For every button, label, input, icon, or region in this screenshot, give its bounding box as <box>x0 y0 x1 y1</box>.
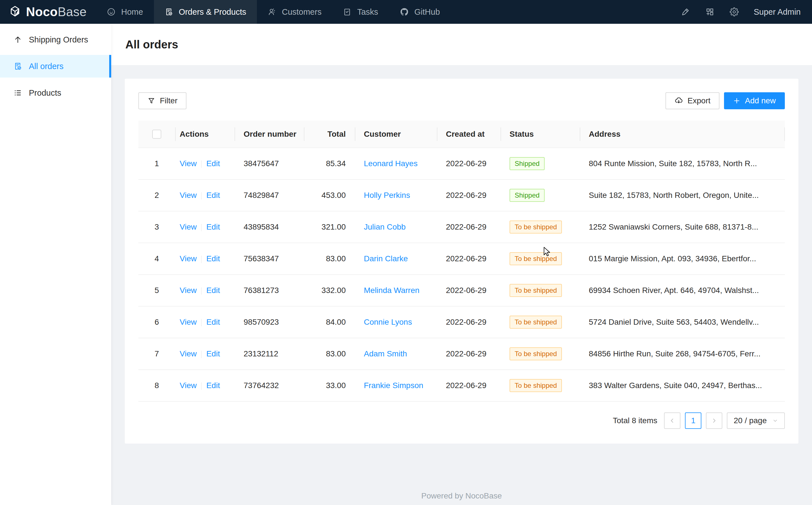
filter-button[interactable]: Filter <box>139 92 187 109</box>
customer-link[interactable]: Adam Smith <box>364 349 407 358</box>
customer-cell: Melinda Warren <box>355 275 437 306</box>
total-cell: 33.00 <box>304 370 355 401</box>
row-index: 8 <box>155 381 159 390</box>
order-document-icon <box>14 62 22 70</box>
main-area: All orders Filter <box>111 24 812 505</box>
smiley-icon <box>107 8 115 16</box>
row-index: 5 <box>155 286 159 295</box>
sidebar-item-label: Products <box>29 88 61 98</box>
total-cell: 332.00 <box>304 275 355 306</box>
edit-link[interactable]: Edit <box>206 318 220 326</box>
edit-link[interactable]: Edit <box>206 254 220 263</box>
table-row: 1 ViewEdit 38475647 85.34 Leonard Hayes … <box>139 148 785 179</box>
logo-text: NocoBase <box>26 5 86 19</box>
view-link[interactable]: View <box>180 286 197 295</box>
page-title: All orders <box>125 38 178 51</box>
view-link[interactable]: View <box>180 381 197 390</box>
nav-item-orders-products[interactable]: Orders & Products <box>154 0 257 24</box>
row-actions-cell: ViewEdit <box>175 275 235 306</box>
view-link[interactable]: View <box>180 222 197 231</box>
view-link[interactable]: View <box>180 159 197 168</box>
row-index: 6 <box>155 318 159 326</box>
status-badge: Shipped <box>510 189 545 202</box>
customer-link[interactable]: Frankie Simpson <box>364 381 423 390</box>
total-cell: 83.00 <box>304 338 355 370</box>
total-cell: 84.00 <box>304 306 355 338</box>
action-divider <box>201 287 202 295</box>
customer-cell: Leonard Hayes <box>355 148 437 179</box>
status-badge: To be shipped <box>510 252 562 265</box>
status-badge: Shipped <box>510 157 545 170</box>
order-number-cell: 76381273 <box>235 275 304 306</box>
tasks-icon <box>343 8 351 16</box>
edit-link[interactable]: Edit <box>206 349 220 358</box>
column-header-address: Address <box>580 121 785 148</box>
view-link[interactable]: View <box>180 191 197 200</box>
page-size-select[interactable]: 20 / page <box>727 412 785 429</box>
total-cell: 83.00 <box>304 243 355 275</box>
customer-link[interactable]: Julian Cobb <box>364 222 406 231</box>
nav-item-label: Customers <box>282 7 321 17</box>
sidebar-item-shipping-orders[interactable]: Shipping Orders <box>0 28 111 51</box>
select-all-header <box>139 121 175 148</box>
table-row: 4 ViewEdit 75638347 83.00 Darin Clarke 2… <box>139 243 785 275</box>
edit-link[interactable]: Edit <box>206 286 220 295</box>
list-icon <box>14 89 22 97</box>
table-header-row: Actions Order number Total Customer Crea… <box>139 121 785 148</box>
row-actions-cell: ViewEdit <box>175 179 235 211</box>
edit-link[interactable]: Edit <box>206 159 220 168</box>
view-link[interactable]: View <box>180 254 197 263</box>
status-badge: To be shipped <box>510 379 562 392</box>
settings-gear-icon[interactable] <box>722 7 746 16</box>
edit-link[interactable]: Edit <box>206 222 220 231</box>
sidebar-item-products[interactable]: Products <box>0 81 111 104</box>
sidebar-item-label: All orders <box>29 62 64 71</box>
order-number-cell: 23132112 <box>235 338 304 370</box>
page-number-button[interactable]: 1 <box>685 412 702 429</box>
github-icon <box>400 7 409 16</box>
customer-link[interactable]: Connie Lyons <box>364 318 412 326</box>
edit-link[interactable]: Edit <box>206 381 220 390</box>
ui-editor-pen-icon[interactable] <box>673 7 698 16</box>
user-menu[interactable]: Super Admin <box>746 7 801 17</box>
table-row: 8 ViewEdit 73764232 33.00 Frankie Simpso… <box>139 370 785 401</box>
export-button[interactable]: Export <box>665 92 720 109</box>
nav-item-home[interactable]: Home <box>96 0 154 24</box>
edit-link[interactable]: Edit <box>206 191 220 200</box>
filter-icon <box>148 97 155 105</box>
chevron-right-icon <box>711 417 717 424</box>
orders-table: Actions Order number Total Customer Crea… <box>139 121 785 402</box>
nav-item-tasks[interactable]: Tasks <box>332 0 389 24</box>
view-link[interactable]: View <box>180 349 197 358</box>
table-row: 5 ViewEdit 76381273 332.00 Melinda Warre… <box>139 275 785 306</box>
prev-page-button[interactable] <box>664 412 681 429</box>
nocobase-logo[interactable]: NocoBase <box>0 0 96 24</box>
table-toolbar: Filter Export <box>139 92 785 109</box>
status-cell: To be shipped <box>501 275 580 306</box>
created-at-cell: 2022-06-29 <box>437 148 501 179</box>
next-page-button[interactable] <box>706 412 722 429</box>
app-window: NocoBase Home Orders <box>0 0 812 505</box>
row-actions-cell: ViewEdit <box>175 306 235 338</box>
select-all-checkbox[interactable] <box>152 130 161 139</box>
nav-item-github[interactable]: GitHub <box>389 0 451 24</box>
status-badge: To be shipped <box>510 316 562 329</box>
chevron-left-icon <box>669 417 675 424</box>
plugin-blocks-icon[interactable] <box>698 7 722 16</box>
customer-link[interactable]: Melinda Warren <box>364 286 420 295</box>
customer-link[interactable]: Leonard Hayes <box>364 159 418 168</box>
column-header-actions: Actions <box>175 121 235 148</box>
add-new-button[interactable]: Add new <box>724 92 785 109</box>
arrow-up-icon <box>14 35 22 44</box>
nav-item-customers[interactable]: Customers <box>257 0 332 24</box>
customer-link[interactable]: Darin Clarke <box>364 254 408 263</box>
row-index-cell: 3 <box>139 211 175 243</box>
order-number-cell: 75638347 <box>235 243 304 275</box>
sidebar-item-all-orders[interactable]: All orders <box>0 55 111 77</box>
pagination: Total 8 items 1 20 / page <box>139 412 785 429</box>
customer-cell: Connie Lyons <box>355 306 437 338</box>
status-cell: Shipped <box>501 148 580 179</box>
address-cell: 383 Walter Gardens, Suite 040, 24947, Be… <box>580 370 785 401</box>
view-link[interactable]: View <box>180 318 197 326</box>
customer-link[interactable]: Holly Perkins <box>364 191 410 200</box>
